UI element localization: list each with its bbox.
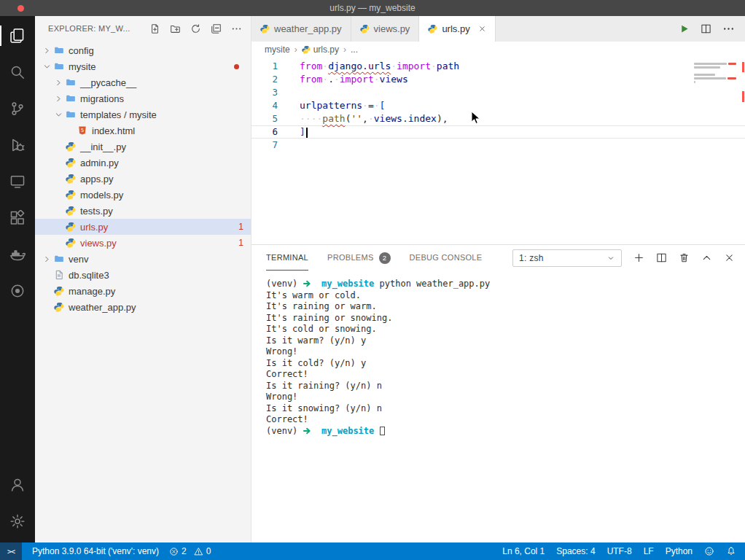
chevron-right-icon[interactable] [41,46,52,55]
folder-icon [52,45,65,55]
notifications-bell-icon[interactable] [726,546,736,556]
activity-item-search[interactable] [0,54,35,90]
minimap-bar [694,81,695,83]
new-folder-icon[interactable] [170,23,181,34]
editor-actions [679,16,745,42]
panel-tabbar: TERMINALPROBLEMS2DEBUG CONSOLE1: zsh [251,245,745,271]
minimap-error-mark [728,63,736,65]
activity-item-docker[interactable] [0,236,35,273]
language-mode[interactable]: Python [666,546,693,556]
tree-item-index-html[interactable]: 5index.html [35,122,251,139]
traffic-light-close-button[interactable] [17,5,24,12]
split-editor-icon[interactable] [701,23,711,34]
terminal-text: Is it cold? (y/n) y [266,358,366,368]
activity-item-source-control[interactable] [0,90,35,127]
tree-item-init-py[interactable]: __init__.py [35,139,251,155]
tree-item-apps-py[interactable]: apps.py [35,171,251,187]
terminal-text: Wrong! [266,346,297,357]
terminal-shell-select[interactable]: 1: zsh [512,249,622,267]
code-token: · [374,74,380,85]
breadcrumb-item-urls-py[interactable]: urls.py [302,44,339,55]
tree-item-models-py[interactable]: models.py [35,187,251,203]
terminal-text: It's raining or snowing. [266,313,392,323]
chevron-right-icon[interactable] [52,94,64,104]
tree-item-pycache[interactable]: __pycache__ [35,74,251,90]
tree-item-venv[interactable]: venv [35,251,251,267]
tree-item-manage-py[interactable]: manage.py [35,283,251,299]
panel-maximize-icon[interactable] [701,252,712,263]
terminal-text: It's raining or warm. [266,301,377,311]
more-icon[interactable] [722,23,735,35]
explorer-header-title: EXPLORER: MY_W... [48,24,130,33]
indentation[interactable]: Spaces: 4 [556,546,595,556]
activity-item-run-debug[interactable] [0,127,35,163]
activity-item-remote-explorer[interactable] [0,163,35,200]
cursor-position[interactable]: Ln 6, Col 1 [502,546,545,556]
tree-item-db-sqlite3[interactable]: db.sqlite3 [35,267,251,283]
tab-weather-app-py[interactable]: weather_app.py [251,16,351,42]
tree-item-admin-py[interactable]: admin.py [35,155,251,171]
split-terminal-icon[interactable] [656,252,667,263]
refresh-icon[interactable] [190,23,201,34]
activity-item-extensions[interactable] [0,200,35,236]
close-icon[interactable] [724,252,735,263]
python-icon [64,206,77,216]
new-file-icon[interactable] [149,23,160,34]
error-icon [169,547,179,556]
folder-icon [64,93,77,104]
eol-selector[interactable]: LF [644,546,654,556]
panel-tab-problems[interactable]: PROBLEMS2 [327,245,391,271]
tab-urls-py[interactable]: urls.py [419,16,495,42]
code-editor[interactable]: 1from·django.urls·import·path2from·.·imp… [251,58,745,244]
breadcrumb-item-[interactable]: ... [351,44,358,55]
terminal-text [311,426,321,436]
chevron-right-icon[interactable] [52,78,64,88]
tree-item-views-py[interactable]: views.py1 [35,235,251,251]
chevron-down-icon[interactable] [41,62,52,71]
chevron-right-icon[interactable] [41,254,52,264]
code-token: django.urls [328,61,391,71]
more-icon[interactable] [231,23,242,34]
python-icon [64,174,77,184]
activity-item-explorer[interactable] [0,18,35,54]
python-icon [64,222,77,232]
minimap-bar [694,66,720,69]
collapse-all-icon[interactable] [211,23,222,34]
panel-tab-terminal[interactable]: TERMINAL [266,245,308,271]
tab-views-py[interactable]: views.py [351,16,420,42]
tree-item-templates-mysite[interactable]: templates / mysite [35,106,251,122]
activity-item-settings[interactable] [0,503,35,540]
workbench: EXPLORER: MY_W... configmysite__pycache_… [0,16,745,542]
minimap[interactable] [694,63,736,87]
code-area[interactable]: 1from·django.urls·import·path2from·.·imp… [251,60,745,152]
kill-terminal-icon[interactable] [679,252,690,263]
feedback-smiley-icon[interactable] [704,546,714,556]
code-token: · [391,61,397,71]
problems-status[interactable]: 2 0 [169,546,211,556]
panel-tab-debug-console[interactable]: DEBUG CONSOLE [410,245,483,271]
tree-item-mysite[interactable]: mysite [35,58,251,74]
terminal-output[interactable]: (venv) my_website python weather_app.pyI… [251,271,745,542]
breadcrumb-item-mysite[interactable]: mysite [265,44,290,55]
tree-item-migrations[interactable]: migrations [35,90,251,106]
tab-close-icon[interactable] [478,25,486,33]
interpreter-status[interactable]: Python 3.9.0 64-bit ('venv': venv) [32,546,159,556]
new-terminal-icon[interactable] [633,252,644,263]
tree-item-config[interactable]: config [35,42,251,58]
activity-item-account[interactable] [0,467,35,503]
remote-indicator[interactable]: >< [0,542,22,560]
encoding[interactable]: UTF-8 [607,546,632,556]
editor-tabbar: weather_app.pyviews.pyurls.py [251,16,745,42]
bottom-panel: TERMINALPROBLEMS2DEBUG CONSOLE1: zsh (ve… [251,244,745,542]
folder-icon [64,109,77,120]
terminal-text: Is it warm? (y/n) y [266,335,366,346]
tree-item-urls-py[interactable]: urls.py1 [35,219,251,235]
chevron-down-icon[interactable] [52,110,64,120]
run-button[interactable] [679,23,690,34]
terminal-text: Is it snowing? (y/n) n [266,403,382,413]
tree-item-tests-py[interactable]: tests.py [35,203,251,219]
activity-item-plugin[interactable] [0,273,35,309]
prompt-arrow-icon [303,279,311,289]
shell-select-value: 1: zsh [519,253,544,263]
tree-item-weather-app-py[interactable]: weather_app.py [35,299,251,315]
